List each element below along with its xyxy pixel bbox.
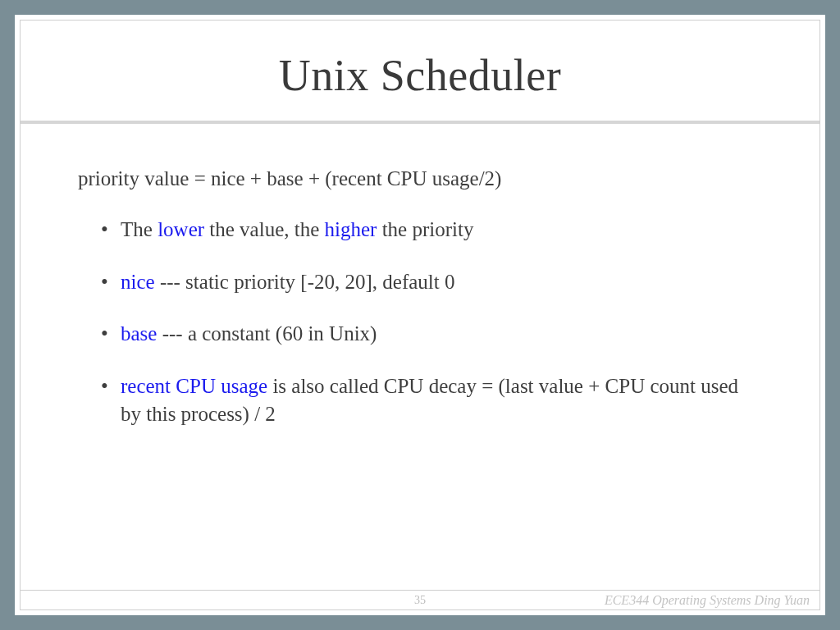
slide-frame: Unix Scheduler priority value = nice + b… [15,15,825,615]
highlight-text: nice [121,271,155,293]
footer: 35 ECE344 Operating Systems Ding Yuan [21,590,819,609]
bullet-item: base --- a constant (60 in Unix) [101,320,762,348]
bullet-list: The lower the value, the higher the prio… [78,216,762,428]
title-region: Unix Scheduler [21,21,819,121]
body-text: the value, the [204,218,324,240]
bullet-item: nice --- static priority [-20, 20], defa… [101,268,762,296]
bullet-item: recent CPU usage is also called CPU deca… [101,372,762,428]
highlight-text: base [121,322,157,345]
body-text: --- static priority [-20, 20], default 0 [155,271,455,293]
slide-title: Unix Scheduler [37,50,803,101]
bullet-item: The lower the value, the higher the prio… [101,216,762,244]
body-text: the priority [377,218,473,240]
formula-text: priority value = nice + base + (recent C… [78,165,762,193]
slide-inner: Unix Scheduler priority value = nice + b… [20,20,820,610]
course-footer: ECE344 Operating Systems Ding Yuan [605,593,810,608]
highlight-text: recent CPU usage [121,375,267,397]
body-text: The [121,218,158,240]
content-region: priority value = nice + base + (recent C… [21,124,819,590]
highlight-text: higher [325,218,377,240]
body-text: --- a constant (60 in Unix) [157,322,377,345]
highlight-text: lower [158,218,204,240]
